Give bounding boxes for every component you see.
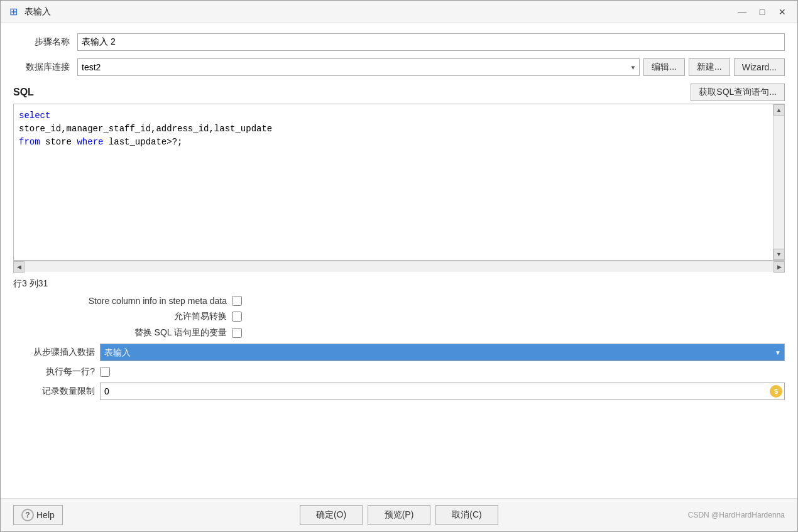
scroll-right-button[interactable]: ▶ xyxy=(773,261,785,273)
window-title: 表输入 xyxy=(25,6,51,18)
limit-label: 记录数量限制 xyxy=(13,386,95,397)
scroll-up-button[interactable]: ▲ xyxy=(773,104,785,116)
store-col-row: Store column info in step meta data xyxy=(13,296,785,306)
sql-section: SQL 获取SQL查询语句... select store_id,manager… xyxy=(13,84,785,272)
step-name-input[interactable] xyxy=(77,33,785,51)
content-area: 步骤名称 数据库连接 test2 ▼ 编辑... 新建... Wizard... xyxy=(1,23,797,498)
step-name-row: 步骤名称 xyxy=(13,33,785,51)
store-col-label: Store column info in step meta data xyxy=(13,296,227,306)
window-controls: — □ ✕ xyxy=(733,5,791,19)
exec-each-row: 执行每一行? xyxy=(13,366,785,377)
scroll-left-button[interactable]: ◀ xyxy=(13,261,25,273)
preview-button[interactable]: 预览(P) xyxy=(368,505,430,525)
replace-var-label: 替换 SQL 语句里的变量 xyxy=(13,327,227,339)
sql-header: SQL 获取SQL查询语句... xyxy=(13,84,785,101)
store-col-checkbox[interactable] xyxy=(232,296,242,306)
wizard-button[interactable]: Wizard... xyxy=(734,58,785,76)
watermark: CSDN @HardHardHardenna xyxy=(688,511,785,519)
ok-button[interactable]: 确定(O) xyxy=(300,505,363,525)
allow-lazy-label: 允许简易转换 xyxy=(13,311,227,322)
options-section: Store column info in step meta data 允许简易… xyxy=(13,296,785,400)
replace-var-row: 替换 SQL 语句里的变量 xyxy=(13,327,785,339)
insert-label: 从步骤插入数据 xyxy=(13,347,95,358)
replace-var-checkbox[interactable] xyxy=(232,328,242,338)
help-label: Help xyxy=(36,510,55,520)
db-connection-select[interactable]: test2 xyxy=(77,58,640,76)
footer-center: 确定(O) 预览(P) 取消(C) xyxy=(300,505,498,525)
limit-input[interactable] xyxy=(100,383,785,400)
close-button[interactable]: ✕ xyxy=(773,5,791,19)
help-button[interactable]: ? Help xyxy=(13,505,63,525)
sql-editor-wrapper: select store_id,manager_staff_id,address… xyxy=(13,104,785,261)
maximize-button[interactable]: □ xyxy=(753,5,771,19)
vertical-scrollbar: ▲ ▼ xyxy=(773,104,784,260)
limit-row: 记录数量限制 $ xyxy=(13,383,785,400)
edit-button[interactable]: 编辑... xyxy=(643,58,685,76)
help-circle-icon: ? xyxy=(21,509,34,521)
exec-each-label: 执行每一行? xyxy=(13,366,95,377)
scroll-down-button[interactable]: ▼ xyxy=(773,249,785,260)
get-sql-button[interactable]: 获取SQL查询语句... xyxy=(691,84,785,101)
minimize-button[interactable]: — xyxy=(733,5,751,19)
limit-icon[interactable]: $ xyxy=(770,385,782,398)
step-name-label: 步骤名称 xyxy=(13,36,70,48)
horizontal-scrollbar: ◀ ▶ xyxy=(13,261,785,272)
titlebar-left: ⊞ 表输入 xyxy=(7,6,51,18)
limit-input-wrapper: $ xyxy=(100,383,785,400)
cursor-info: 行3 列31 xyxy=(13,278,785,290)
exec-each-checkbox[interactable] xyxy=(100,367,110,377)
sql-label: SQL xyxy=(13,87,34,98)
insert-select-wrapper: 表输入 ▼ xyxy=(100,344,785,361)
footer: ? Help 确定(O) 预览(P) 取消(C) CSDN @HardHardH… xyxy=(1,498,797,531)
db-connection-label: 数据库连接 xyxy=(13,62,70,73)
app-icon: ⊞ xyxy=(7,6,19,18)
insert-data-row: 从步骤插入数据 表输入 ▼ xyxy=(13,344,785,361)
main-window: ⊞ 表输入 — □ ✕ 步骤名称 数据库连接 test2 ▼ xyxy=(0,0,798,532)
footer-left: ? Help xyxy=(13,505,63,525)
cancel-button[interactable]: 取消(C) xyxy=(435,505,498,525)
scroll-track xyxy=(773,116,784,249)
allow-lazy-checkbox[interactable] xyxy=(232,312,242,322)
db-select-wrapper: test2 ▼ xyxy=(77,58,640,76)
db-connection-row: 数据库连接 test2 ▼ 编辑... 新建... Wizard... xyxy=(13,58,785,76)
sql-editor[interactable]: select store_id,manager_staff_id,address… xyxy=(14,104,773,260)
new-button[interactable]: 新建... xyxy=(689,58,730,76)
allow-lazy-row: 允许简易转换 xyxy=(13,311,785,322)
titlebar: ⊞ 表输入 — □ ✕ xyxy=(1,1,797,23)
insert-step-select[interactable]: 表输入 xyxy=(100,344,785,361)
